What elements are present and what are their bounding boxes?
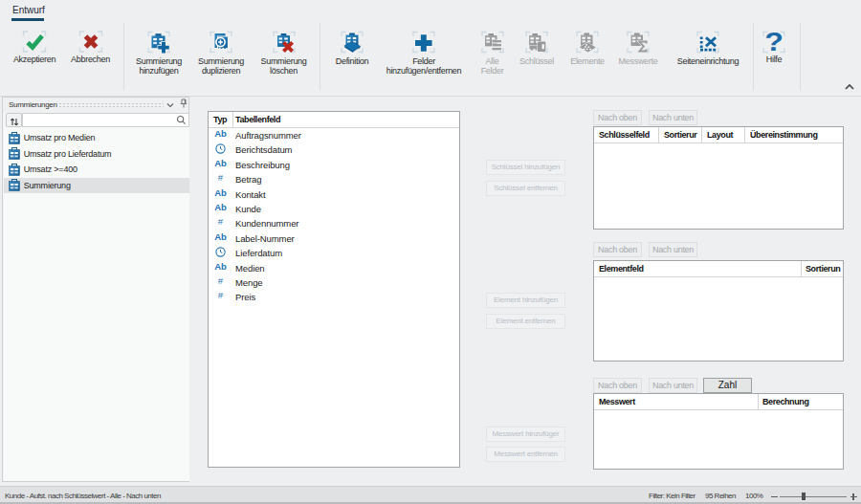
svg-text:?: ? [764, 31, 784, 54]
